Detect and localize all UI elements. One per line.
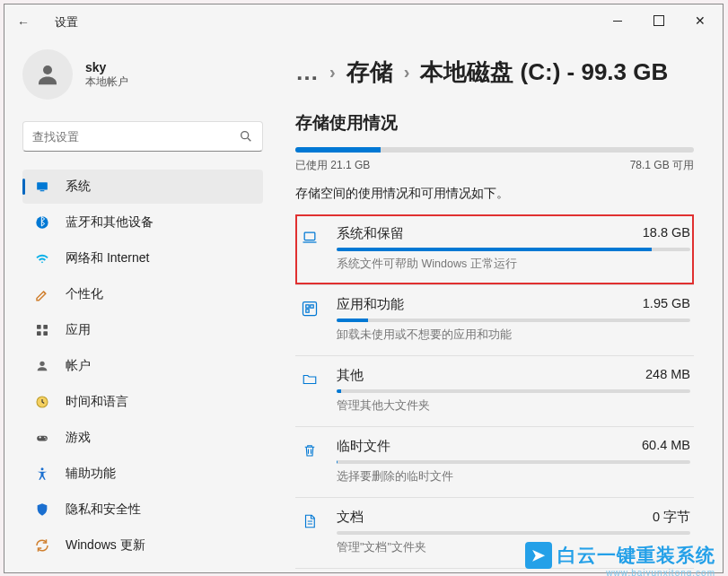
watermark: ➤ 白云一键重装系统 www.baiyunxitong.com <box>525 542 715 569</box>
category-bar <box>337 389 690 393</box>
svg-rect-4 <box>40 190 45 191</box>
free-label: 78.1 GB 可用 <box>630 158 694 173</box>
sidebar-item-label: 系统 <box>66 179 91 195</box>
personalize-icon <box>33 285 51 303</box>
sidebar-item-gaming[interactable]: 游戏 <box>22 421 263 455</box>
category-title: 其他 <box>337 367 364 384</box>
storage-usage-bar <box>295 147 694 153</box>
sidebar-item-bluetooth[interactable]: 蓝牙和其他设备 <box>22 205 263 240</box>
minimize-button[interactable] <box>597 6 638 35</box>
svg-rect-6 <box>37 325 41 329</box>
apps-icon <box>33 321 51 339</box>
svg-point-15 <box>41 467 44 470</box>
laptop-icon <box>299 227 320 249</box>
category-title: 文档 <box>337 509 364 526</box>
sidebar-item-personalize[interactable]: 个性化 <box>22 277 263 311</box>
storage-category-folder[interactable]: 其他248 MB管理其他大文件夹 <box>295 355 694 426</box>
category-size: 0 字节 <box>653 509 690 526</box>
category-size: 18.8 GB <box>643 225 690 242</box>
svg-rect-9 <box>43 331 48 336</box>
category-bar <box>337 460 690 464</box>
category-size: 60.4 MB <box>642 438 690 455</box>
bluetooth-icon <box>33 214 51 231</box>
folder-icon <box>299 369 320 390</box>
svg-point-13 <box>44 437 45 438</box>
sidebar-item-time[interactable]: 时间和语言 <box>22 385 263 419</box>
svg-rect-19 <box>311 305 313 308</box>
document-icon <box>299 511 320 532</box>
sidebar-item-label: 应用 <box>66 322 91 338</box>
privacy-icon <box>33 501 51 519</box>
accounts-icon <box>33 357 51 375</box>
maximize-button[interactable] <box>638 6 680 35</box>
sidebar-item-update[interactable]: Windows 更新 <box>22 528 263 563</box>
breadcrumb-ellipsis[interactable]: … <box>295 58 319 86</box>
storage-category-trash[interactable]: 临时文件60.4 MB选择要删除的临时文件 <box>295 426 694 497</box>
update-icon <box>33 537 51 554</box>
avatar-icon <box>22 49 73 100</box>
sidebar-item-apps[interactable]: 应用 <box>22 313 263 347</box>
storage-category-laptop[interactable]: 系统和保留18.8 GB系统文件可帮助 Windows 正常运行 <box>295 214 694 284</box>
chevron-right-icon: › <box>404 62 410 83</box>
category-bar <box>337 248 690 251</box>
time-icon <box>33 393 51 411</box>
svg-rect-7 <box>43 325 48 329</box>
category-title: 系统和保留 <box>337 225 404 242</box>
breadcrumb-storage[interactable]: 存储 <box>346 57 393 88</box>
sidebar-item-label: 辅助功能 <box>66 466 116 482</box>
gaming-icon <box>33 429 51 447</box>
svg-rect-17 <box>303 302 317 316</box>
close-button[interactable]: ✕ <box>680 6 721 35</box>
svg-rect-8 <box>37 331 41 336</box>
svg-line-2 <box>248 138 250 141</box>
search-input[interactable] <box>32 130 239 144</box>
search-box[interactable] <box>22 121 263 152</box>
sidebar-item-accessibility[interactable]: 辅助功能 <box>22 457 263 491</box>
network-icon <box>33 249 51 267</box>
category-subtext: 卸载未使用或不想要的应用和功能 <box>337 327 690 343</box>
sidebar-item-label: 帐户 <box>66 358 91 374</box>
sidebar-item-label: Windows 更新 <box>66 537 145 554</box>
sidebar-item-label: 个性化 <box>66 286 103 302</box>
sidebar-item-label: 时间和语言 <box>66 394 128 410</box>
user-profile[interactable]: sky 本地帐户 <box>22 49 263 100</box>
category-subtext: 管理其他大文件夹 <box>337 398 690 414</box>
section-title: 存储使用情况 <box>295 111 694 135</box>
svg-point-0 <box>43 65 52 74</box>
sidebar-item-network[interactable]: 网络和 Internet <box>22 241 263 275</box>
category-bar <box>337 319 690 322</box>
watermark-logo-icon: ➤ <box>525 542 552 569</box>
svg-rect-18 <box>306 305 309 308</box>
trash-icon <box>299 440 320 461</box>
storage-usage-fill <box>295 147 381 153</box>
system-icon <box>33 178 51 196</box>
sidebar-item-system[interactable]: 系统 <box>22 170 263 204</box>
sidebar-nav: 系统蓝牙和其他设备网络和 Internet个性化应用帐户时间和语言游戏辅助功能隐… <box>22 170 263 563</box>
breadcrumb-disk: 本地磁盘 (C:) - 99.3 GB <box>420 57 668 88</box>
svg-point-10 <box>39 362 44 366</box>
user-type: 本地帐户 <box>85 74 128 90</box>
category-bar <box>337 531 690 535</box>
sidebar-item-privacy[interactable]: 隐私和安全性 <box>22 493 263 527</box>
accessibility-icon <box>33 465 51 483</box>
svg-rect-20 <box>306 310 309 312</box>
category-subtext: 系统文件可帮助 Windows 正常运行 <box>337 257 690 272</box>
window-title: 设置 <box>55 14 78 31</box>
chevron-right-icon: › <box>329 62 336 83</box>
category-size: 1.95 GB <box>643 296 690 313</box>
category-subtext: 选择要删除的临时文件 <box>337 469 690 484</box>
svg-point-1 <box>241 132 249 139</box>
sidebar-item-label: 蓝牙和其他设备 <box>66 214 153 231</box>
back-button[interactable]: ← <box>17 15 44 30</box>
category-title: 应用和功能 <box>337 296 404 313</box>
search-icon <box>239 129 253 144</box>
category-title: 临时文件 <box>337 438 390 455</box>
used-label: 已使用 21.1 GB <box>295 158 370 173</box>
svg-point-14 <box>45 438 46 439</box>
storage-category-apps-square[interactable]: 应用和功能1.95 GB卸载未使用或不想要的应用和功能 <box>295 284 694 355</box>
sidebar-item-label: 游戏 <box>66 430 91 446</box>
svg-rect-16 <box>304 232 315 240</box>
sidebar-item-accounts[interactable]: 帐户 <box>22 349 263 383</box>
user-name: sky <box>85 60 128 74</box>
sidebar-item-label: 隐私和安全性 <box>66 502 141 518</box>
